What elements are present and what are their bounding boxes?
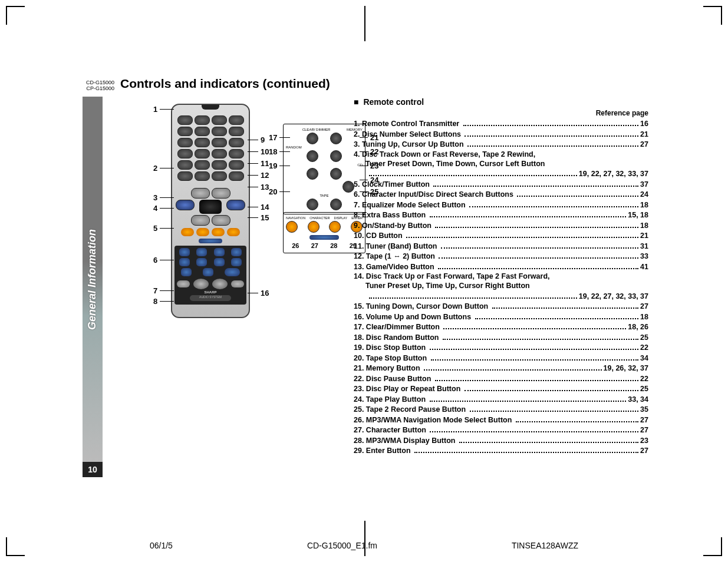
- reference-item-continuation: Tuner Preset Down, Time Down, Cursor Lef…: [354, 159, 648, 168]
- section-tab: General Information: [83, 97, 103, 462]
- callout-right: 12: [248, 171, 269, 180]
- callout-right: 16: [248, 289, 269, 297]
- page-number: 10: [83, 462, 103, 477]
- callout-panel: 18: [269, 147, 290, 156]
- reference-column: Remote control Reference page 1. Remote …: [354, 97, 648, 456]
- section-heading: Remote control: [354, 97, 648, 107]
- reference-item: 16. Volume Up and Down Buttons 18: [354, 312, 648, 322]
- reference-item: 14. Disc Track Up or Fast Forward, Tape …: [354, 272, 648, 281]
- manual-page: CD-G15000 CP-G15000 Controls and indicat…: [83, 77, 645, 527]
- reference-item: 11. Tuner (Band) Button 31: [354, 241, 648, 252]
- reference-item: 4. Disc Track Down or Fast Reverse, Tape…: [354, 150, 648, 159]
- callout-left: 1: [153, 105, 174, 114]
- callout-left: 2: [153, 164, 174, 173]
- callout-right: 14: [248, 203, 269, 211]
- reference-item: 18. Disc Random Button 25: [354, 332, 648, 343]
- reference-item: 26. MP3/WMA Navigation Mode Select Butto…: [354, 415, 648, 425]
- reference-item: 12. Tape (1 ↔ 2) Button 33: [354, 251, 648, 262]
- reference-item: 5. Clock/Timer Button 37: [354, 179, 648, 190]
- reference-item: 22. Disc Pause Button 22: [354, 373, 648, 384]
- reference-item: 13. Game/Video Button 41: [354, 262, 648, 272]
- reference-item-pages: 19, 22, 27, 32, 33, 37: [354, 168, 648, 179]
- crop-mark-tr: [703, 6, 722, 25]
- crop-mark-bl: [6, 537, 25, 556]
- callout-left: 7: [153, 286, 174, 295]
- reference-item: 15. Tuning Down, Cursor Down Button 27: [354, 301, 648, 312]
- reference-item: 1. Remote Control Transmitter 16: [354, 118, 648, 129]
- reference-item: 23. Disc Play or Repeat Button 25: [354, 384, 648, 394]
- reference-item: 6. Character Input/Disc Direct Search Bu…: [354, 189, 648, 200]
- reference-item: 19. Disc Stop Button 22: [354, 342, 648, 353]
- model-codes: CD-G15000 CP-G15000: [83, 80, 114, 92]
- reference-item: 17. Clear/Dimmer Button 18, 26: [354, 322, 648, 332]
- model-code-2: CP-G15000: [83, 86, 114, 92]
- reference-item: 20. Tape Stop Button 34: [354, 353, 648, 363]
- ir-window-icon: [202, 105, 219, 110]
- footer: 06/1/5 CD-G15000_E1.fm TINSEA128AWZZ: [83, 541, 645, 550]
- reference-item: 28. MP3/WMA Display Button 23: [354, 435, 648, 446]
- reference-item: 7. Equalizer Mode Select Button 18: [354, 200, 648, 210]
- reference-item: 24. Tape Play Button 33, 34: [354, 394, 648, 405]
- callout-panel: 17: [269, 133, 290, 142]
- callout-right: 9: [248, 135, 265, 144]
- reference-item: 3. Tuning Up, Cursor Up Button 27: [354, 139, 648, 150]
- footer-code: TINSEA128AWZZ: [512, 541, 578, 550]
- callout-left: 6: [153, 256, 174, 265]
- footer-date: 06/1/5: [150, 541, 173, 550]
- callout-left: 5: [153, 224, 174, 233]
- page-title: Controls and indicators (continued): [120, 77, 330, 91]
- callout-panel: 19: [269, 161, 290, 170]
- reference-item-pages: 19, 22, 27, 32, 33, 37: [354, 291, 648, 302]
- callout-panel: 20: [269, 187, 290, 196]
- callout-left: 4: [153, 204, 174, 213]
- callout-right: 10: [248, 147, 269, 156]
- crop-mark-br: [703, 537, 722, 556]
- reference-item: 10. CD Button 21: [354, 230, 648, 241]
- reference-item-continuation: Tuner Preset Up, Time Up, Cursor Right B…: [354, 281, 648, 290]
- callout-left: 3: [153, 193, 174, 202]
- footer-filename: CD-G15000_E1.fm: [307, 541, 377, 550]
- callout-panel-top: CLEAR/ DIMMERMEMORY RANDOM CD TAPE: [283, 124, 365, 214]
- callout-panel-bottom: NAVIGATION CHARACTER DISPLAY ENTER 26 27…: [283, 212, 365, 253]
- reference-item: 21. Memory Button 19, 26, 32, 37: [354, 363, 648, 373]
- reference-item: 25. Tape 2 Record Pause Button 35: [354, 404, 648, 415]
- reference-page-header: Reference page: [354, 109, 648, 117]
- callout-right: 11: [248, 159, 269, 168]
- reference-item: 29. Enter Button 27: [354, 445, 648, 456]
- callout-right: 15: [248, 213, 269, 222]
- reference-item: 27. Character Button 27: [354, 425, 648, 435]
- callout-right: 13: [248, 183, 269, 191]
- reference-item: 9. On/Stand-by Button 18: [354, 220, 648, 231]
- remote-diagram: SHARP AUDIO SYSTEM 12345678 910111213141…: [118, 100, 342, 359]
- center-mark-top: [364, 6, 365, 41]
- reference-list: 1. Remote Control Transmitter 162. Disc …: [354, 118, 648, 456]
- callout-left: 8: [153, 297, 174, 306]
- section-tab-label: General Information: [87, 229, 99, 329]
- remote-body-illustration: SHARP AUDIO SYSTEM: [171, 104, 250, 318]
- reference-item: 2. Disc Number Select Buttons 21: [354, 129, 648, 140]
- reference-item: 8. Extra Bass Button 15, 18: [354, 210, 648, 220]
- crop-mark-tl: [6, 6, 25, 25]
